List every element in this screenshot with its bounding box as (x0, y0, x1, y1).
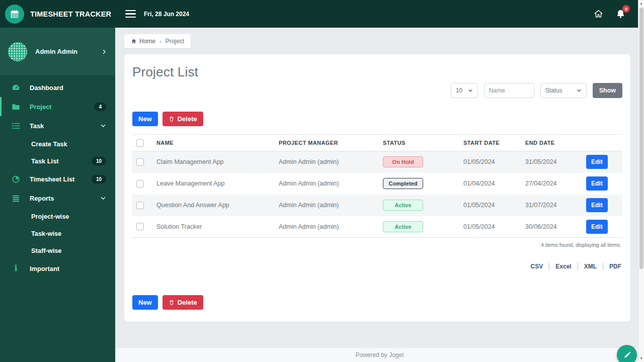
vertical-scrollbar[interactable]: ▲ ▼ (638, 0, 644, 362)
delete-button-top[interactable]: Delete (163, 112, 203, 126)
menu-toggle-icon[interactable] (125, 10, 136, 18)
sidebar-item-important[interactable]: i Important (0, 259, 115, 278)
project-count-badge: 4 (94, 103, 106, 111)
user-name: Admin Admin (35, 48, 77, 55)
app-root: TIMESHEET TRACKER Fri, 28 Jun 2024 0 Adm… (0, 0, 644, 362)
edit-button[interactable]: Edit (586, 155, 608, 169)
row-checkbox[interactable] (136, 180, 144, 188)
edit-fab-pencil-icon[interactable] (617, 345, 637, 362)
notification-count-badge: 0 (622, 5, 630, 13)
breadcrumb-current: Project (166, 38, 184, 45)
sidebar-item-label: Task List (31, 157, 59, 165)
end-date: 30/06/2024 (523, 216, 584, 238)
table-row: Solution Tracker Admin Admin (admin) Act… (132, 216, 622, 238)
page-size-select[interactable]: 10 (451, 83, 478, 98)
status-filter-select[interactable]: Status (540, 83, 587, 98)
column-header-end: END DATE (523, 135, 584, 151)
sidebar-item-task[interactable]: Task (0, 116, 115, 135)
sidebar-item-staff-wise[interactable]: Staff-wise (0, 242, 115, 259)
sidebar-item-label: Dashboard (30, 84, 63, 92)
chevron-right-icon (101, 49, 107, 55)
main-content: Home › Project Project List 10 Status Sh… (115, 28, 644, 348)
column-header-status: STATUS (381, 135, 461, 151)
task-count-badge: 10 (92, 157, 106, 165)
sidebar: Admin Admin Dashboard Project 4 Task Cre… (0, 28, 115, 362)
select-all-checkbox[interactable] (136, 139, 144, 147)
project-name: Claim Management App (154, 151, 277, 173)
sidebar-item-dashboard[interactable]: Dashboard (0, 78, 115, 97)
delete-button-bottom[interactable]: Delete (163, 295, 203, 310)
notifications-bell-icon[interactable]: 0 (615, 9, 626, 19)
sidebar-item-task-wise[interactable]: Task-wise (0, 225, 115, 242)
sidebar-item-create-task[interactable]: Create Task (0, 135, 115, 152)
topbar-right: 0 (594, 9, 644, 19)
end-date: 31/07/2024 (523, 195, 584, 216)
trash-icon (169, 299, 175, 306)
table-actions-bottom: New Delete (132, 295, 622, 310)
table-row: Leave Management App Admin Admin (admin)… (132, 173, 622, 195)
new-button-bottom[interactable]: New (132, 295, 158, 310)
end-date: 27/04/2024 (523, 173, 584, 195)
start-date: 01/05/2024 (461, 216, 523, 238)
row-checkbox[interactable] (136, 223, 144, 230)
home-icon[interactable] (594, 9, 603, 19)
table-actions-top: New Delete (132, 112, 622, 126)
project-name: Solution Tracker (154, 216, 277, 238)
start-date: 01/05/2024 (461, 151, 523, 173)
table-row: Question And Answer App Admin Admin (adm… (132, 195, 622, 216)
sidebar-item-label: Timesheet List (30, 175, 74, 183)
row-checkbox[interactable] (136, 158, 144, 166)
status-badge: Active (383, 200, 423, 211)
export-csv-link[interactable]: CSV (525, 263, 550, 270)
trash-icon (169, 116, 175, 122)
row-checkbox[interactable] (136, 202, 144, 209)
breadcrumb-home-link[interactable]: Home (131, 38, 155, 45)
sidebar-item-project-wise[interactable]: Project-wise (0, 208, 115, 225)
sidebar-item-project[interactable]: Project 4 (0, 97, 115, 116)
project-manager: Admin Admin (admin) (277, 195, 381, 216)
new-button-top[interactable]: New (132, 112, 158, 126)
sidebar-item-reports[interactable]: Reports (0, 189, 115, 208)
sidebar-item-label: Project (30, 103, 51, 111)
timesheet-count-badge: 10 (92, 175, 106, 184)
dashboard-gauge-icon (11, 83, 21, 93)
table-row: Claim Management App Admin Admin (admin)… (132, 151, 622, 173)
scrollbar-thumb[interactable] (639, 8, 643, 269)
current-date: Fri, 28 Jun 2024 (144, 11, 189, 18)
page-footer: Powered by Joget (115, 348, 644, 362)
project-manager: Admin Admin (admin) (277, 173, 381, 195)
status-badge: On Hold (383, 156, 423, 167)
status-badge: Active (383, 221, 423, 232)
status-badge: Completed (383, 178, 423, 189)
app-title: TIMESHEET TRACKER (30, 10, 111, 18)
report-lines-icon (11, 194, 21, 203)
project-name: Leave Management App (154, 173, 277, 195)
sidebar-item-label: Task-wise (31, 230, 61, 237)
sidebar-item-label: Staff-wise (31, 247, 61, 254)
user-profile[interactable]: Admin Admin (0, 28, 115, 75)
scroll-down-arrow[interactable]: ▼ (639, 355, 643, 362)
project-name: Question And Answer App (154, 195, 277, 216)
name-filter-input[interactable] (484, 83, 534, 98)
export-pdf-link[interactable]: PDF (603, 263, 622, 270)
export-xml-link[interactable]: XML (578, 263, 603, 270)
project-manager: Admin Admin (admin) (277, 151, 381, 173)
edit-button[interactable]: Edit (586, 220, 608, 234)
sidebar-item-label: Create Task (31, 140, 67, 148)
table-summary: 4 items found, displaying all items. (132, 238, 622, 248)
column-header-manager: PROJECT MANAGER (277, 135, 381, 151)
export-excel-link[interactable]: Excel (549, 263, 578, 270)
tasks-list-icon (11, 121, 21, 131)
scroll-up-arrow[interactable]: ▲ (639, 0, 643, 7)
breadcrumb-separator: › (159, 38, 162, 44)
sidebar-item-task-list[interactable]: Task List 10 (0, 152, 115, 169)
chevron-down-icon (100, 195, 106, 201)
breadcrumb: Home › Project (124, 34, 191, 48)
chevron-down-icon (577, 88, 582, 93)
topbar-left: Fri, 28 Jun 2024 (125, 10, 189, 18)
edit-button[interactable]: Edit (586, 176, 608, 191)
edit-button[interactable]: Edit (586, 198, 608, 212)
show-button[interactable]: Show (593, 83, 622, 98)
sidebar-item-timesheet-list[interactable]: Timesheet List 10 (0, 169, 115, 189)
filter-bar: 10 Status Show (132, 83, 622, 98)
